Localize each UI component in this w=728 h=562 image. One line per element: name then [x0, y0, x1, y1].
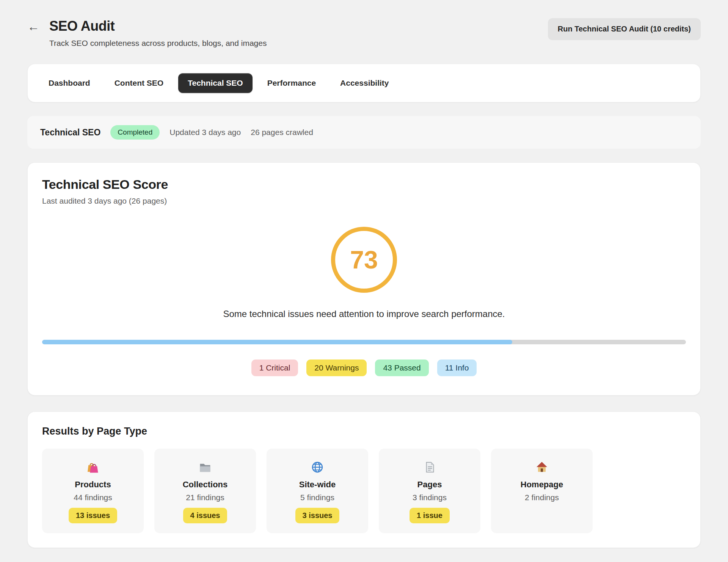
page-type-findings: 3 findings	[385, 493, 474, 502]
page-type-issues-badge: 4 issues	[183, 508, 228, 523]
status-title: Technical SEO	[40, 127, 100, 138]
page-title: SEO Audit	[49, 18, 115, 34]
last-audited-text: Last audited 3 days ago (26 pages)	[42, 196, 686, 206]
page-type-name: Homepage	[497, 480, 587, 490]
page-type-card-pages[interactable]: Pages 3 findings 1 issue	[379, 449, 480, 533]
page-type-findings: 2 findings	[497, 493, 587, 502]
page-type-card-site-wide[interactable]: Site-wide 5 findings 3 issues	[267, 449, 368, 533]
score-value: 73	[350, 245, 378, 274]
status-completed-badge: Completed	[110, 125, 160, 140]
page-type-card-collections[interactable]: Collections 21 findings 4 issues	[154, 449, 256, 533]
page-type-findings: 21 findings	[160, 493, 250, 502]
page-type-name: Collections	[160, 480, 250, 490]
page-type-card-products[interactable]: Products 44 findings 13 issues	[42, 449, 144, 533]
tab-performance[interactable]: Performance	[258, 73, 325, 93]
run-technical-seo-audit-button[interactable]: Run Technical SEO Audit (10 credits)	[548, 18, 701, 40]
progress-fill	[42, 340, 512, 344]
page-type-grid: Products 44 findings 13 issues Collectio…	[42, 449, 686, 533]
critical-badge: 1 Critical	[251, 359, 298, 376]
score-caption: Some technical issues need attention to …	[42, 309, 686, 319]
tabs-bar: Dashboard Content SEO Technical SEO Perf…	[27, 64, 701, 102]
shopping-bags-icon	[48, 459, 138, 475]
back-arrow-icon[interactable]: ←	[27, 20, 39, 33]
passed-badge: 43 Passed	[375, 359, 428, 376]
results-title: Results by Page Type	[42, 425, 686, 437]
warnings-badge: 20 Warnings	[306, 359, 367, 376]
tab-dashboard[interactable]: Dashboard	[39, 73, 100, 93]
audit-status-bar: Technical SEO Completed Updated 3 days a…	[27, 116, 701, 149]
page-type-name: Site-wide	[273, 480, 362, 490]
page-type-issues-badge: 3 issues	[295, 508, 340, 523]
page-icon	[385, 459, 474, 475]
page-type-findings: 5 findings	[273, 493, 362, 502]
page-type-name: Products	[48, 480, 138, 490]
page-type-issues-badge: 13 issues	[69, 508, 117, 523]
score-card-title: Technical SEO Score	[42, 177, 686, 192]
status-updated-text: Updated 3 days ago	[169, 128, 241, 137]
card-index-dividers-icon	[160, 459, 250, 475]
header-title-block: ← SEO Audit Track SEO completeness acros…	[27, 18, 267, 48]
page-type-name: Pages	[385, 480, 474, 490]
page-subtitle: Track SEO completeness across products, …	[49, 39, 267, 48]
page-type-card-homepage[interactable]: Homepage 2 findings	[491, 449, 593, 533]
page-header: ← SEO Audit Track SEO completeness acros…	[27, 18, 701, 48]
score-badges-row: 1 Critical 20 Warnings 43 Passed 11 Info	[42, 359, 686, 376]
tab-content-seo[interactable]: Content SEO	[105, 73, 173, 93]
globe-icon	[273, 459, 362, 475]
status-pages-crawled-text: 26 pages crawled	[251, 128, 313, 137]
tab-technical-seo[interactable]: Technical SEO	[178, 73, 253, 93]
score-ring: 73	[331, 227, 397, 293]
info-badge: 11 Info	[437, 359, 477, 376]
page-type-issues-badge: 1 issue	[410, 508, 450, 523]
results-by-page-type-card: Results by Page Type Products 44 finding…	[27, 411, 701, 548]
house-icon	[497, 459, 587, 475]
tab-accessibility[interactable]: Accessibility	[331, 73, 398, 93]
page-type-findings: 44 findings	[48, 493, 138, 502]
technical-seo-score-card: Technical SEO Score Last audited 3 days …	[27, 162, 701, 396]
score-progress-bar	[42, 340, 686, 344]
